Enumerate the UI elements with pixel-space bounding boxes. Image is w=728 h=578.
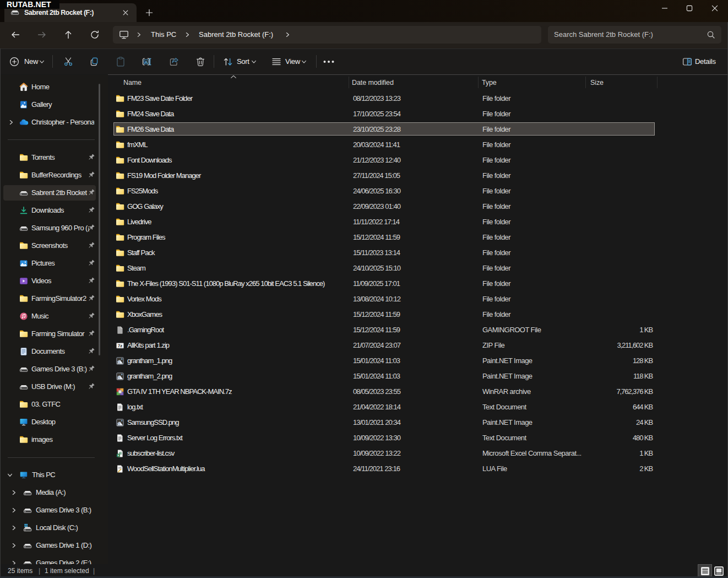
svg-text:7z: 7z — [118, 343, 122, 348]
svg-text:A: A — [145, 60, 148, 64]
